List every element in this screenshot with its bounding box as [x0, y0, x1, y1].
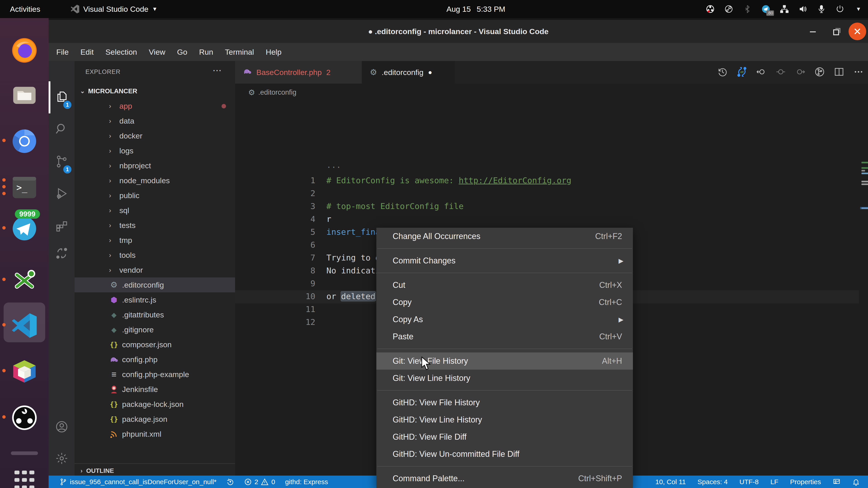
folder-docker[interactable]: ›docker [74, 128, 235, 143]
menu-item-git-view-file-history[interactable]: Git: View File HistoryAlt+H [376, 352, 633, 369]
menu-item-cut[interactable]: CutCtrl+X [376, 276, 633, 294]
menu-edit[interactable]: Edit [74, 43, 100, 61]
activity-githd[interactable] [49, 238, 74, 270]
file-.gitignore[interactable]: ◆.gitignore [74, 322, 235, 337]
folder-sql[interactable]: ›sql [74, 203, 235, 218]
menu-item-githd-view-line-history[interactable]: GitHD: View Line History [376, 411, 633, 428]
menu-terminal[interactable]: Terminal [219, 43, 260, 61]
telegram-tray-icon[interactable]: .80 [761, 4, 771, 14]
menu-item-change-all-occurrences[interactable]: Change All OccurrencesCtrl+F2 [376, 228, 633, 245]
microphone-tray-icon[interactable] [816, 4, 827, 14]
folder-app[interactable]: ›app [74, 98, 235, 113]
activity-source-control[interactable]: 1 [49, 146, 74, 178]
obs-tray-icon[interactable] [705, 4, 715, 14]
menu-item-githd-view-file-diff[interactable]: GitHD: View File Diff [376, 428, 633, 446]
file-package.json[interactable]: {}package.json [74, 412, 235, 427]
dock-item-xapp[interactable] [0, 260, 49, 300]
githd-status[interactable]: githd: Express [285, 478, 328, 486]
activity-accounts[interactable] [49, 411, 74, 443]
indentation[interactable]: Spaces: 4 [698, 478, 727, 486]
file-config.php-example[interactable]: ≡config.php-example [74, 367, 235, 382]
focused-app-menu[interactable]: Visual Studio Code ▼ [70, 4, 157, 13]
sync-changes-button[interactable] [226, 478, 234, 486]
folder-tests[interactable]: ›tests [74, 218, 235, 233]
folder-public[interactable]: ›public [74, 188, 235, 203]
file-config.php[interactable]: config.php [74, 352, 235, 367]
dock-item-boxes[interactable] [0, 352, 49, 391]
cursor-position[interactable]: 10, Col 11 [655, 478, 686, 486]
file-.editorconfig[interactable]: ⚙.editorconfig [74, 278, 235, 292]
folder-nbproject[interactable]: ›nbproject [74, 158, 235, 173]
folder-vendor[interactable]: ›vendor [74, 263, 235, 278]
menu-item-copy-as[interactable]: Copy As▶ [376, 311, 633, 328]
menu-go[interactable]: Go [171, 43, 193, 61]
dock-item-vscode[interactable] [0, 306, 49, 346]
activities-button[interactable]: Activities [0, 0, 50, 18]
current-change-button[interactable] [775, 66, 786, 78]
dock-item-chromium[interactable] [0, 121, 49, 161]
workspace-section-header[interactable]: ⌄ MICROLANCER [74, 84, 235, 98]
file-.gitattributes[interactable]: ◆.gitattributes [74, 307, 235, 322]
githd-diff-button[interactable]: diff [736, 66, 748, 78]
menu-view[interactable]: View [143, 43, 171, 61]
feedback-button[interactable] [833, 478, 840, 486]
problems-status[interactable]: 2 0 [244, 478, 275, 486]
system-tray[interactable]: .80▼ [705, 0, 864, 18]
menu-item-command-palette-[interactable]: Command Palette...Ctrl+Shift+P [376, 470, 633, 487]
close-button[interactable]: ✕ [848, 23, 866, 40]
previous-change-button[interactable] [755, 66, 767, 78]
activity-search[interactable] [49, 113, 74, 145]
power-tray-icon[interactable] [835, 4, 845, 14]
next-change-button[interactable] [794, 66, 806, 78]
dock-item-terminal[interactable]: >_ [0, 168, 49, 207]
chevron-down-tray-icon[interactable]: ▼ [854, 4, 864, 14]
show-applications-button[interactable] [0, 464, 49, 488]
clock[interactable]: Aug 15 5:33 PM [446, 0, 505, 18]
menu-item-commit-changes[interactable]: Commit Changes▶ [376, 252, 633, 269]
tab-BaseController.php[interactable]: BaseController.php2 [235, 61, 362, 84]
split-editor-button[interactable] [833, 66, 845, 78]
more-actions-button[interactable] [852, 66, 864, 78]
file-.eslintrc.js[interactable]: ⬢.eslintrc.js [74, 292, 235, 307]
menu-item-githd-view-file-history[interactable]: GitHD: View File History [376, 394, 633, 411]
sidebar-more-actions-icon[interactable]: ⋯ [213, 65, 221, 75]
menu-item-git-view-line-history[interactable]: Git: View Line History [376, 369, 633, 387]
menu-item-copy[interactable]: CopyCtrl+C [376, 294, 633, 311]
menu-help[interactable]: Help [260, 43, 287, 61]
file-package-lock.json[interactable]: {}package-lock.json [74, 397, 235, 412]
eol-sequence[interactable]: LF [770, 478, 778, 486]
menu-item-paste[interactable]: PasteCtrl+V [376, 328, 633, 345]
dock-item-files[interactable] [0, 75, 49, 115]
folder-tmp[interactable]: ›tmp [74, 233, 235, 248]
activity-settings[interactable] [49, 443, 74, 475]
restore-button[interactable] [831, 26, 843, 37]
volume-tray-icon[interactable] [798, 4, 808, 14]
language-mode[interactable]: Properties [790, 478, 821, 486]
steam-tray-icon[interactable] [724, 4, 734, 14]
network-tray-icon[interactable] [779, 4, 789, 14]
file-composer.json[interactable]: {}composer.json [74, 337, 235, 352]
activity-explorer[interactable]: 1 [49, 81, 74, 113]
tab-.editorconfig[interactable]: ⚙.editorconfig● [362, 61, 455, 84]
dock-item-firefox[interactable] [0, 31, 49, 70]
folder-node_modules[interactable]: ›node_modules [74, 173, 235, 188]
folder-tools[interactable]: ›tools [74, 248, 235, 263]
dock-item-telegram[interactable]: 9999 [0, 209, 49, 249]
menu-item-githd-view-un-committed-file-diff[interactable]: GitHD: View Un-committed File Diff [376, 446, 633, 463]
menu-selection[interactable]: Selection [99, 43, 143, 61]
file-Jenkinsfile[interactable]: Jenkinsfile [74, 382, 235, 397]
folder-data[interactable]: ›data [74, 113, 235, 128]
minimap[interactable] [860, 158, 868, 253]
activity-run-debug[interactable] [49, 178, 74, 210]
encoding[interactable]: UTF-8 [739, 478, 758, 486]
file-phpunit.xml[interactable]: phpunit.xml [74, 427, 235, 442]
title-bar[interactable]: ● .editorconfig - microlancer - Visual S… [49, 20, 868, 43]
menu-file[interactable]: File [51, 43, 74, 61]
folder-logs[interactable]: ›logs [74, 143, 235, 158]
dock-item-obs[interactable] [0, 398, 49, 437]
notifications-button[interactable] [852, 478, 860, 486]
bluetooth-tray-icon[interactable] [742, 4, 752, 14]
menu-run[interactable]: Run [193, 43, 219, 61]
minimize-button[interactable] [807, 26, 819, 37]
history-button[interactable] [717, 66, 728, 78]
